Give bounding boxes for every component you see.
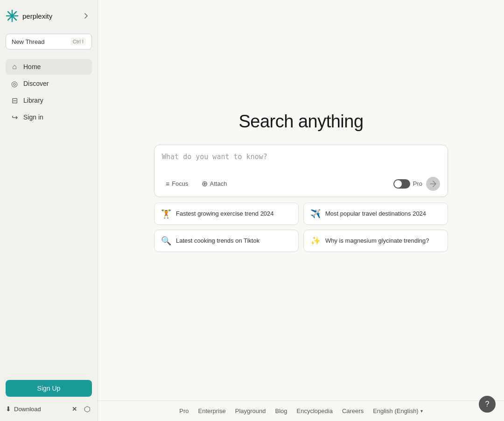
search-input[interactable] — [162, 153, 440, 175]
sidebar-item-home-label: Home — [23, 63, 41, 70]
download-label: Download — [14, 406, 41, 413]
footer-link-encyclopedia[interactable]: Encyclopedia — [297, 407, 333, 414]
new-thread-shortcut: Ctrl I — [70, 38, 86, 45]
footer-link-enterprise[interactable]: Enterprise — [198, 407, 226, 414]
x-twitter-icon[interactable]: ✕ — [70, 404, 79, 414]
signin-icon: ↪ — [10, 113, 19, 121]
sidebar-item-signin[interactable]: ↪ Sign in — [6, 109, 92, 125]
discord-icon[interactable]: ⬡ — [83, 404, 92, 414]
search-right-actions: Pro — [393, 177, 440, 191]
focus-label: Focus — [172, 180, 188, 187]
search-box: ≡ Focus ⊕ Attach Pro — [154, 145, 448, 197]
focus-icon: ≡ — [166, 180, 169, 188]
search-actions: ≡ Focus ⊕ Attach Pro — [162, 177, 440, 191]
pro-label: Pro — [413, 180, 422, 187]
sidebar-item-home[interactable]: ⌂ Home — [6, 59, 92, 75]
toggle-thumb — [394, 180, 402, 188]
suggestion-text-2: Latest cooking trends on Tiktok — [176, 237, 259, 244]
home-icon: ⌂ — [10, 63, 19, 71]
chevron-down-icon: ▾ — [420, 408, 423, 414]
footer-link-pro[interactable]: Pro — [179, 407, 189, 414]
footer-language-label: English (English) — [373, 407, 419, 414]
library-icon: ⊟ — [10, 96, 19, 105]
sidebar-item-signin-label: Sign in — [23, 113, 43, 121]
discover-icon: ◎ — [10, 79, 19, 88]
collapse-sidebar-button[interactable] — [81, 10, 92, 21]
suggestion-icon-3: ✨ — [310, 236, 321, 246]
sidebar-item-library-label: Library — [23, 97, 43, 104]
suggestion-card-3[interactable]: ✨ Why is magnesium glycinate trending? — [303, 230, 448, 252]
sidebar-footer: ⬇ Download ✕ ⬡ — [6, 397, 92, 414]
attach-label: Attach — [210, 180, 227, 187]
suggestion-text-0: Fastest growing exercise trend 2024 — [176, 210, 274, 217]
suggestions-grid: 🏋️ Fastest growing exercise trend 2024 ✈… — [154, 203, 448, 252]
toggle-track[interactable] — [393, 179, 410, 189]
focus-button[interactable]: ≡ Focus — [162, 178, 192, 190]
suggestion-card-2[interactable]: 🔍 Latest cooking trends on Tiktok — [154, 230, 299, 252]
footer-link-blog[interactable]: Blog — [275, 407, 287, 414]
submit-search-button[interactable] — [426, 177, 440, 191]
suggestion-icon-1: ✈️ — [310, 209, 321, 219]
footer-link-careers[interactable]: Careers — [342, 407, 364, 414]
social-icons: ✕ ⬡ — [70, 404, 92, 414]
sidebar-nav: ⌂ Home ◎ Discover ⊟ Library ↪ Sign in — [6, 59, 92, 376]
main-content: Search anything ≡ Focus ⊕ Attach — [98, 0, 504, 421]
suggestion-icon-2: 🔍 — [161, 236, 171, 246]
suggestion-text-3: Why is magnesium glycinate trending? — [325, 237, 429, 244]
help-button[interactable]: ? — [479, 396, 496, 413]
attach-button[interactable]: ⊕ Attach — [198, 177, 231, 190]
pro-toggle[interactable]: Pro — [393, 179, 422, 189]
download-icon: ⬇ — [6, 405, 11, 413]
new-thread-label: New Thread — [12, 38, 45, 45]
signup-button[interactable]: Sign Up — [6, 380, 92, 397]
sidebar-header: perplexity — [6, 7, 92, 24]
sidebar: perplexity New Thread Ctrl I ⌂ Home ◎ Di… — [0, 0, 98, 421]
sidebar-item-library[interactable]: ⊟ Library — [6, 92, 92, 108]
footer-link-playground[interactable]: Playground — [235, 407, 266, 414]
suggestion-text-1: Most popular travel destinations 2024 — [325, 210, 426, 217]
footer-language-selector[interactable]: English (English) ▾ — [373, 407, 423, 414]
attach-icon: ⊕ — [202, 179, 208, 188]
page-title: Search anything — [238, 112, 363, 132]
suggestion-card-1[interactable]: ✈️ Most popular travel destinations 2024 — [303, 203, 448, 225]
new-thread-button[interactable]: New Thread Ctrl I — [6, 34, 92, 49]
main-footer: Pro Enterprise Playground Blog Encyclope… — [98, 400, 504, 421]
suggestion-card-0[interactable]: 🏋️ Fastest growing exercise trend 2024 — [154, 203, 299, 225]
download-link[interactable]: ⬇ Download — [6, 405, 41, 413]
logo[interactable]: perplexity — [6, 9, 52, 22]
search-area: Search anything ≡ Focus ⊕ Attach — [98, 0, 504, 400]
search-left-actions: ≡ Focus ⊕ Attach — [162, 177, 231, 190]
logo-text: perplexity — [22, 12, 52, 20]
sidebar-item-discover-label: Discover — [23, 80, 49, 87]
sidebar-item-discover[interactable]: ◎ Discover — [6, 76, 92, 91]
suggestion-icon-0: 🏋️ — [161, 209, 171, 219]
